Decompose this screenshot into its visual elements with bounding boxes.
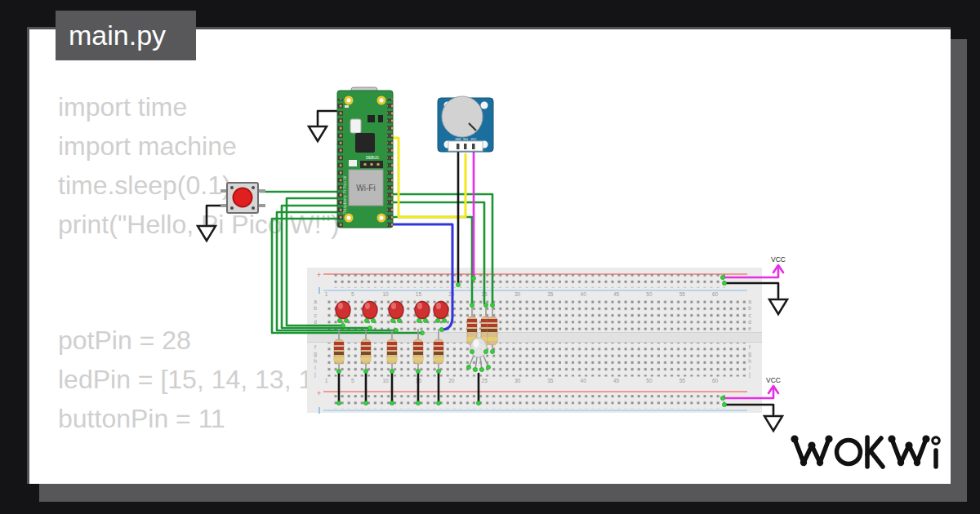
wire-pico-gnd — [318, 111, 337, 125]
breadboard-label: 10 — [383, 378, 390, 383]
breadboard-label: a — [748, 299, 751, 304]
ground-symbol — [198, 226, 216, 241]
breadboard-label: 5 — [351, 378, 354, 383]
breadboard-label: 45 — [613, 291, 620, 297]
breadboard: + + 151015202530354045505560 15101520253… — [307, 268, 762, 414]
ground-symbol — [764, 416, 782, 431]
bottom-positive-rail-line — [323, 391, 747, 392]
ground-symbol — [769, 299, 787, 314]
wire-button-gnd — [207, 206, 224, 224]
breadboard-label: 30 — [514, 291, 521, 297]
editor-canvas: import time import machine time.sleep(0.… — [27, 27, 951, 484]
breadboard-label: j — [314, 371, 315, 378]
plus-mark: + — [317, 271, 321, 279]
breadboard-label: j — [748, 371, 750, 378]
top-rail-holes — [333, 274, 725, 288]
wokwi-logo — [789, 427, 946, 472]
pico-board: DEBUG Wi-Fi Raspberry Pi Pico W — [337, 87, 393, 228]
button-cap — [234, 188, 252, 207]
breadboard-label: f — [749, 344, 751, 350]
breadboard-label: 35 — [547, 291, 554, 297]
breadboard-label: h — [314, 358, 317, 364]
breadboard-label: d — [748, 319, 751, 325]
bottom-negative-rail-line — [323, 410, 747, 411]
pot-pin-label-gnd: GND — [455, 138, 461, 141]
potentiometer: GND SIG VCC — [438, 96, 493, 152]
breadboard-label: 10 — [383, 291, 390, 297]
pin-header-right — [387, 99, 393, 227]
breadboard-label: e — [748, 326, 751, 331]
breadboard-label: 5 — [351, 291, 354, 297]
breadboard-label: b — [748, 305, 751, 311]
breadboard-label: b — [314, 305, 317, 311]
file-tab-label: main.py — [69, 20, 166, 51]
breadboard-label: 40 — [581, 291, 587, 297]
wifi-label: Wi-Fi — [356, 184, 375, 193]
pot-knob — [442, 96, 483, 137]
ground-symbol — [309, 126, 327, 141]
breadboard-label: 1 — [325, 378, 328, 383]
vcc-label: VCC — [766, 376, 781, 384]
breadboard-label: 40 — [581, 378, 587, 383]
breadboard-label: 25 — [482, 378, 488, 383]
breadboard-label: g — [748, 351, 751, 357]
onboard-led — [345, 105, 349, 108]
breadboard-label: f — [314, 344, 316, 350]
breadboard-label: 15 — [416, 291, 422, 297]
breadboard-label: 60 — [712, 291, 719, 297]
debug-label: DEBUG — [366, 156, 380, 160]
breadboard-label: 1 — [325, 291, 328, 297]
vcc-label: VCC — [771, 255, 786, 264]
file-tab: main.py — [56, 11, 196, 60]
board-text: Raspberry Pi Pico W — [342, 176, 347, 214]
bootsel-button — [350, 119, 361, 133]
breadboard-label: 55 — [679, 378, 686, 383]
breadboard-label: 20 — [448, 378, 455, 383]
breadboard-label: 45 — [613, 378, 620, 383]
breadboard-label: 50 — [646, 378, 653, 383]
breadboard-label: a — [314, 299, 317, 304]
breadboard-label: 30 — [514, 378, 521, 383]
breadboard-label: i — [749, 365, 750, 370]
breadboard-label: 55 — [679, 291, 686, 297]
pot-pin-label-vcc: VCC — [470, 138, 477, 141]
rows-a-e-holes — [325, 298, 746, 332]
circuit-diagram: + + 151015202530354045505560 15101520253… — [29, 29, 951, 484]
preview-image: import time import machine time.sleep(0.… — [0, 0, 980, 514]
breadboard-label: 50 — [646, 291, 653, 297]
pot-pin-label-sig: SIG — [463, 138, 468, 141]
breadboard-label: g — [314, 351, 317, 357]
breadboard-label: 60 — [712, 378, 719, 383]
breadboard-label: d — [314, 319, 317, 325]
rp2040-chip — [355, 133, 375, 153]
breadboard-label: i — [314, 365, 315, 370]
push-button — [220, 183, 265, 213]
breadboard-label: h — [748, 358, 751, 364]
breadboard-label: 35 — [547, 378, 554, 383]
plus-mark: + — [317, 389, 321, 397]
